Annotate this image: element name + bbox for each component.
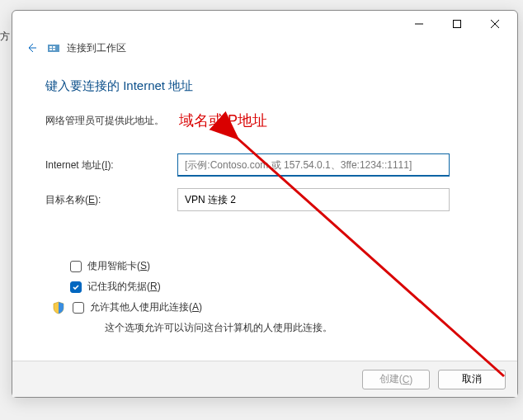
background-fragment: 方 bbox=[0, 30, 10, 44]
internet-address-label: Internet 地址(I): bbox=[45, 158, 177, 172]
check-icon bbox=[72, 283, 80, 291]
destination-name-label: 目标名称(E): bbox=[45, 193, 177, 207]
minimize-button[interactable] bbox=[400, 11, 438, 37]
svg-rect-6 bbox=[49, 46, 52, 48]
shield-icon bbox=[52, 301, 65, 314]
header: 连接到工作区 bbox=[12, 37, 517, 62]
destination-name-input[interactable] bbox=[177, 188, 450, 211]
back-button[interactable] bbox=[22, 39, 40, 57]
page-title: 键入要连接的 Internet 地址 bbox=[45, 78, 494, 94]
back-arrow-icon bbox=[25, 41, 38, 54]
svg-rect-9 bbox=[53, 49, 55, 50]
allow-others-description: 这个选项允许可以访问这台计算机的人使用此连接。 bbox=[105, 321, 494, 335]
internet-address-input[interactable] bbox=[177, 153, 450, 177]
svg-rect-5 bbox=[48, 45, 59, 52]
content-area: 键入要连接的 Internet 地址 网络管理员可提供此地址。 域名或IP地址 … bbox=[12, 62, 517, 335]
remember-checkbox[interactable] bbox=[70, 281, 82, 293]
smartcard-checkbox[interactable] bbox=[70, 261, 82, 272]
smartcard-label: 使用智能卡(S) bbox=[87, 259, 150, 273]
annotation-text: 域名或IP地址 bbox=[179, 111, 267, 130]
header-title: 连接到工作区 bbox=[67, 41, 126, 55]
maximize-icon bbox=[453, 20, 461, 28]
form: Internet 地址(I): 目标名称(E): bbox=[45, 153, 494, 211]
svg-rect-8 bbox=[49, 49, 52, 50]
svg-rect-1 bbox=[454, 21, 461, 28]
allow-others-option[interactable]: 允许其他人使用此连接(A) bbox=[52, 300, 494, 314]
footer: 创建(C) 取消 bbox=[12, 361, 517, 397]
cancel-button[interactable]: 取消 bbox=[438, 370, 506, 389]
remember-label: 记住我的凭据(R) bbox=[87, 280, 161, 294]
smartcard-option[interactable]: 使用智能卡(S) bbox=[70, 259, 494, 273]
allow-others-checkbox[interactable] bbox=[73, 302, 84, 314]
minimize-icon bbox=[415, 20, 423, 28]
svg-rect-7 bbox=[53, 46, 55, 48]
workplace-icon bbox=[47, 41, 60, 54]
options-group: 使用智能卡(S) 记住我的凭据(R) 允许其他人使用此连接(A) 这个选项允许可… bbox=[45, 259, 494, 335]
remember-option[interactable]: 记住我的凭据(R) bbox=[70, 280, 494, 294]
titlebar bbox=[12, 11, 517, 37]
dialog-window: 连接到工作区 键入要连接的 Internet 地址 网络管理员可提供此地址。 域… bbox=[12, 10, 518, 398]
create-button[interactable]: 创建(C) bbox=[362, 370, 430, 389]
allow-others-label: 允许其他人使用此连接(A) bbox=[90, 300, 202, 314]
page-subtitle: 网络管理员可提供此地址。 bbox=[45, 114, 164, 128]
close-icon bbox=[491, 20, 499, 28]
maximize-button[interactable] bbox=[438, 11, 476, 37]
close-button[interactable] bbox=[476, 11, 514, 37]
